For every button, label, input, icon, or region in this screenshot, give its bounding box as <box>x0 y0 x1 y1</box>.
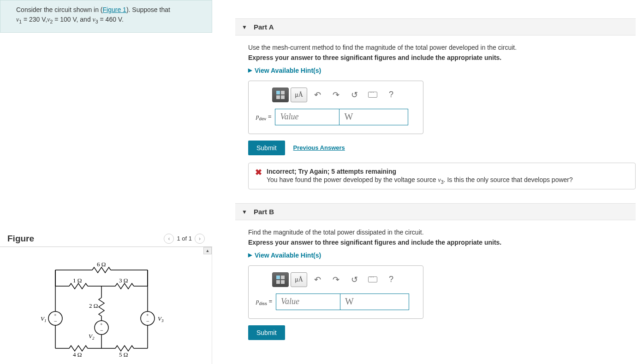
part-a-previous-answers[interactable]: Previous Answers <box>293 144 345 151</box>
part-a-format: Express your answer to three significant… <box>248 54 636 61</box>
svg-text:6 Ω: 6 Ω <box>97 261 106 268</box>
reset-button[interactable]: ↺ <box>346 88 363 102</box>
svg-text:1 Ω: 1 Ω <box>73 277 82 284</box>
part-a-submit-button[interactable]: Submit <box>248 141 285 155</box>
part-a-title: Part A <box>254 23 274 31</box>
feedback-headline: Incorrect; Try Again; 5 attempts remaini… <box>267 168 573 175</box>
svg-text:−: − <box>100 327 103 334</box>
figure-link[interactable]: Figure 1 <box>103 6 126 13</box>
svg-text:−: − <box>54 318 57 324</box>
svg-text:+: + <box>146 312 149 317</box>
part-b-title: Part B <box>254 208 274 216</box>
svg-text:4 Ω: 4 Ω <box>73 351 82 358</box>
part-b-format: Express your answer to three significant… <box>248 239 636 246</box>
svg-text:V1: V1 <box>41 315 46 323</box>
part-a-feedback: ✖ Incorrect; Try Again; 5 attempts remai… <box>248 163 636 190</box>
undo-button[interactable]: ↶ <box>309 88 326 102</box>
feedback-detail: You have found the power developed by th… <box>267 176 573 185</box>
part-b-variable: pdiss = <box>256 298 272 306</box>
svg-text:+: + <box>54 312 57 317</box>
templates-button[interactable] <box>272 272 289 287</box>
help-button[interactable]: ? <box>383 88 399 102</box>
caret-right-icon: ▶ <box>248 252 252 258</box>
part-b-instruction: Find the magnitude of the total power di… <box>248 229 636 236</box>
svg-text:2 Ω: 2 Ω <box>89 302 98 309</box>
part-b-submit-button[interactable]: Submit <box>248 325 285 340</box>
part-b-hint-toggle[interactable]: ▶ View Available Hint(s) <box>248 252 321 259</box>
incorrect-icon: ✖ <box>255 168 262 178</box>
part-a-header[interactable]: ▼ Part A <box>235 18 636 35</box>
figure-body: ▲ <box>0 247 212 364</box>
redo-button[interactable]: ↷ <box>327 272 344 287</box>
part-b-unit-input[interactable] <box>340 294 409 310</box>
problem-text: Consider the circuit shown in ( <box>16 6 103 13</box>
problem-statement: Consider the circuit shown in (Figure 1)… <box>0 0 212 33</box>
figure-prev-button[interactable]: ‹ <box>164 234 174 244</box>
figure-counter: 1 of 1 <box>177 235 192 242</box>
caret-right-icon: ▶ <box>248 67 252 73</box>
figure-title: Figure <box>7 231 34 247</box>
templates-button[interactable] <box>272 88 289 102</box>
keyboard-button[interactable] <box>364 272 381 287</box>
special-char-button[interactable]: μÅ <box>291 88 307 102</box>
part-a-value-input[interactable] <box>275 109 339 125</box>
part-a-instruction: Use the mesh-current method to find the … <box>248 44 636 51</box>
caret-down-icon: ▼ <box>242 209 247 215</box>
part-b-header[interactable]: ▼ Part B <box>235 203 636 220</box>
part-a-answer-box: μÅ ↶ ↷ ↺ ? pdev = <box>248 81 423 134</box>
svg-text:5 Ω: 5 Ω <box>119 351 128 358</box>
part-a-variable: pdev = <box>256 113 271 121</box>
svg-text:V2: V2 <box>89 333 95 341</box>
keyboard-icon <box>368 276 377 282</box>
svg-text:3 Ω: 3 Ω <box>119 277 128 284</box>
special-char-button[interactable]: μÅ <box>291 272 307 287</box>
figure-next-button[interactable]: › <box>195 234 205 244</box>
part-a-hint-toggle[interactable]: ▶ View Available Hint(s) <box>248 67 321 74</box>
svg-text:V3: V3 <box>158 315 164 323</box>
keyboard-button[interactable] <box>364 88 381 102</box>
redo-button[interactable]: ↷ <box>327 88 344 102</box>
circuit-diagram: 6 Ω 1 Ω 3 Ω 2 Ω 4 Ω 5 Ω V1 V2 V3 + − + −… <box>37 261 175 362</box>
scroll-up-button[interactable]: ▲ <box>203 247 212 254</box>
keyboard-icon <box>368 92 377 98</box>
svg-text:−: − <box>146 318 149 324</box>
part-a-unit-input[interactable] <box>339 109 408 125</box>
reset-button[interactable]: ↺ <box>346 272 363 287</box>
caret-down-icon: ▼ <box>242 24 247 30</box>
svg-text:+: + <box>100 322 103 327</box>
help-button[interactable]: ? <box>383 272 399 287</box>
part-b-value-input[interactable] <box>276 294 340 310</box>
figure-header: Figure ‹ 1 of 1 › <box>0 231 212 247</box>
part-b-answer-box: μÅ ↶ ↷ ↺ ? pdiss = <box>248 265 423 319</box>
undo-button[interactable]: ↶ <box>309 272 326 287</box>
